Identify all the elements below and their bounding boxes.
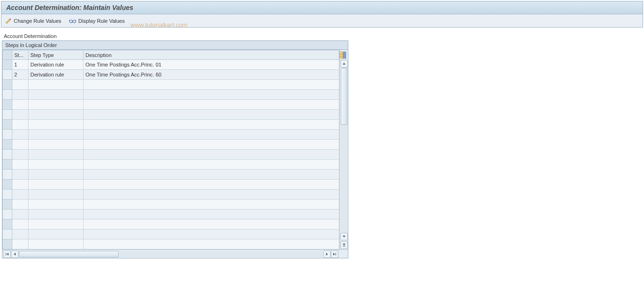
row-selector[interactable] [3, 180, 12, 190]
row-selector[interactable] [3, 200, 12, 209]
scroll-right-end-button[interactable] [331, 250, 338, 258]
table-row[interactable]: 2Derivation ruleOne Time Postings Acc.Pr… [3, 70, 339, 80]
table-row-empty[interactable] [3, 170, 339, 180]
cell-step-type[interactable] [28, 120, 84, 130]
table-settings-icon[interactable] [339, 51, 346, 59]
row-selector[interactable] [3, 60, 12, 70]
cell-description[interactable] [84, 90, 339, 100]
row-selector[interactable] [3, 150, 12, 160]
column-header-st[interactable]: St... [12, 50, 28, 60]
vertical-scrollbar[interactable] [339, 50, 348, 249]
row-selector[interactable] [3, 170, 12, 180]
scroll-track-vertical[interactable] [341, 68, 347, 232]
cell-step-type[interactable] [28, 180, 84, 190]
scroll-right-button[interactable] [323, 250, 331, 258]
cell-st[interactable] [12, 209, 28, 219]
cell-st[interactable] [12, 200, 28, 209]
scroll-left-button[interactable] [11, 250, 19, 258]
row-selector[interactable] [3, 160, 12, 170]
cell-step-type[interactable] [28, 140, 84, 150]
cell-st[interactable] [12, 150, 28, 160]
cell-description[interactable] [84, 209, 339, 219]
table-row[interactable]: 1Derivation ruleOne Time Postings Acc.Pr… [3, 60, 339, 70]
cell-description[interactable] [84, 100, 339, 110]
column-header-selector[interactable] [3, 50, 12, 60]
display-rule-values-button[interactable]: Display Rule Values [69, 18, 125, 24]
cell-st[interactable] [12, 219, 28, 229]
cell-description[interactable] [84, 229, 339, 239]
cell-st[interactable] [12, 160, 28, 170]
cell-st[interactable]: 1 [12, 60, 28, 70]
cell-st[interactable]: 2 [12, 70, 28, 80]
cell-st[interactable] [12, 190, 28, 200]
cell-st[interactable] [12, 239, 28, 249]
table-row-empty[interactable] [3, 180, 339, 190]
cell-step-type[interactable] [28, 190, 84, 200]
scroll-up-button[interactable] [340, 60, 348, 67]
cell-step-type[interactable] [28, 80, 84, 90]
cell-description[interactable] [84, 130, 339, 140]
cell-step-type[interactable] [28, 150, 84, 160]
cell-description[interactable] [84, 180, 339, 190]
cell-step-type[interactable] [28, 130, 84, 140]
column-header-step-type[interactable]: Step Type [28, 50, 84, 60]
table-row-empty[interactable] [3, 80, 339, 90]
cell-step-type[interactable] [28, 100, 84, 110]
cell-st[interactable] [12, 229, 28, 239]
table-row-empty[interactable] [3, 130, 339, 140]
cell-step-type[interactable] [28, 239, 84, 249]
cell-description[interactable] [84, 110, 339, 120]
table-row-empty[interactable] [3, 90, 339, 100]
cell-description[interactable] [84, 239, 339, 249]
cell-st[interactable] [12, 140, 28, 150]
cell-st[interactable] [12, 120, 28, 130]
row-selector[interactable] [3, 90, 12, 100]
cell-step-type[interactable] [28, 219, 84, 229]
cell-description[interactable] [84, 160, 339, 170]
cell-description[interactable] [84, 120, 339, 130]
cell-step-type[interactable] [28, 229, 84, 239]
table-row-empty[interactable] [3, 110, 339, 120]
row-selector[interactable] [3, 140, 12, 150]
table-row-empty[interactable] [3, 229, 339, 239]
row-selector[interactable] [3, 130, 12, 140]
cell-description[interactable] [84, 80, 339, 90]
cell-st[interactable] [12, 80, 28, 90]
scroll-left-end-button[interactable] [3, 250, 11, 258]
cell-step-type[interactable] [28, 160, 84, 170]
cell-step-type[interactable]: Derivation rule [28, 70, 84, 80]
cell-step-type[interactable]: Derivation rule [28, 60, 84, 70]
cell-description[interactable]: One Time Postings Acc.Princ. 01 [84, 60, 339, 70]
row-selector[interactable] [3, 80, 12, 90]
row-selector[interactable] [3, 190, 12, 200]
cell-st[interactable] [12, 180, 28, 190]
scroll-track-horizontal[interactable] [19, 251, 323, 257]
row-selector[interactable] [3, 229, 12, 239]
row-selector[interactable] [3, 120, 12, 130]
cell-st[interactable] [12, 100, 28, 110]
cell-description[interactable] [84, 219, 339, 229]
scroll-bottom-button[interactable] [340, 241, 348, 249]
cell-step-type[interactable] [28, 170, 84, 180]
table-row-empty[interactable] [3, 219, 339, 229]
cell-description[interactable] [84, 150, 339, 160]
row-selector[interactable] [3, 219, 12, 229]
scroll-thumb-vertical[interactable] [341, 68, 347, 125]
table-row-empty[interactable] [3, 150, 339, 160]
scroll-thumb-horizontal[interactable] [19, 251, 119, 257]
table-row-empty[interactable] [3, 120, 339, 130]
row-selector[interactable] [3, 239, 12, 249]
cell-st[interactable] [12, 130, 28, 140]
cell-description[interactable] [84, 190, 339, 200]
scroll-down-button[interactable] [340, 233, 348, 240]
table-row-empty[interactable] [3, 209, 339, 219]
table-row-empty[interactable] [3, 200, 339, 209]
cell-description[interactable]: One Time Postings Acc.Princ. 60 [84, 70, 339, 80]
cell-step-type[interactable] [28, 209, 84, 219]
row-selector[interactable] [3, 100, 12, 110]
row-selector[interactable] [3, 209, 12, 219]
cell-st[interactable] [12, 90, 28, 100]
table-row-empty[interactable] [3, 190, 339, 200]
cell-description[interactable] [84, 140, 339, 150]
horizontal-scrollbar[interactable] [2, 249, 348, 258]
